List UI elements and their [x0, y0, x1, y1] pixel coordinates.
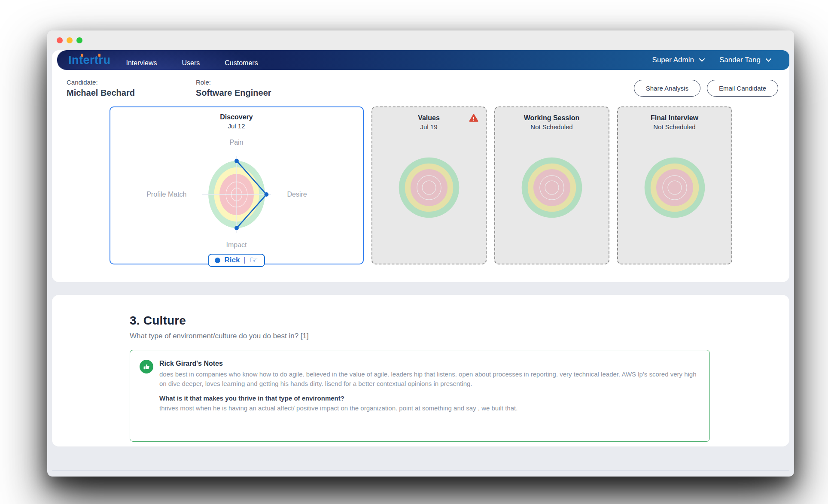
stage-title: Final Interview [651, 113, 698, 123]
close-window-button[interactable] [57, 37, 63, 43]
nav-item-users[interactable]: Users [182, 59, 200, 67]
interviewer-notes-box: Rick Girard's Notes does best in compani… [130, 350, 710, 442]
notes-author: Rick Girard's Notes [159, 360, 697, 367]
role-menu-super-admin[interactable]: Super Admin [652, 56, 705, 64]
user-menu-sander-tang[interactable]: Sander Tang [719, 56, 771, 64]
app-window: Intertru Interviews Users Customers Supe… [47, 30, 794, 477]
header-buttons: Share Analysis Email Candidate [634, 80, 778, 97]
stage-date: Jul 12 [228, 122, 245, 131]
navbar-right: Super Admin Sander Tang [652, 50, 789, 70]
interview-stages-row: Discovery Jul 12 Pain Profile Match [52, 105, 789, 282]
stage-card-working-session[interactable]: Working Session Not Scheduled [494, 106, 609, 264]
target-graphic [397, 155, 461, 222]
candidate-info: Candidate: Michael Bechard [67, 79, 135, 98]
notes-followup-answer: thrives most when he is having an actual… [159, 404, 697, 413]
top-panel: Intertru Interviews Users Customers Supe… [52, 50, 789, 282]
role-menu-label: Super Admin [652, 56, 694, 64]
legend-interviewer-name: Rick [224, 256, 240, 264]
radar-axis-impact: Impact [226, 240, 247, 250]
share-analysis-button[interactable]: Share Analysis [634, 80, 700, 97]
stage-date: Not Scheduled [653, 123, 695, 131]
stage-date: Jul 19 [420, 123, 437, 131]
section-question: What type of environment/culture do you … [130, 332, 710, 340]
stage-title: Values [418, 113, 440, 123]
role-info: Role: Software Engineer [196, 79, 271, 98]
notes-content: Rick Girard's Notes does best in compani… [159, 360, 697, 441]
logo-orange-accent [98, 54, 100, 57]
stage-card-final-interview[interactable]: Final Interview Not Scheduled [617, 106, 732, 264]
chevron-down-icon [766, 58, 771, 62]
pointing-right-hand-icon: ☞ [250, 256, 258, 264]
candidate-name: Michael Bechard [67, 88, 135, 98]
intertru-logo[interactable]: Intertru [57, 50, 126, 70]
candidate-label: Candidate: [67, 79, 135, 86]
radar-chart [195, 149, 279, 240]
notes-followup-question: What is it that makes you thrive in that… [159, 395, 697, 402]
radar-axis-desire: Desire [279, 191, 307, 198]
logo-orange-accent [81, 54, 83, 57]
logo-text: Intertru [68, 54, 111, 67]
radar-axis-pain: Pain [229, 138, 243, 147]
window-bottom-divider [52, 471, 789, 471]
stage-card-values[interactable]: Values Jul 19 [371, 106, 487, 264]
stage-title: Discovery [220, 112, 253, 122]
target-graphic [520, 155, 584, 222]
legend-separator: | [244, 256, 245, 264]
minimize-window-button[interactable] [67, 37, 73, 43]
legend-dot [215, 258, 220, 263]
main-navbar: Intertru Interviews Users Customers Supe… [57, 50, 789, 70]
interviewer-legend-button[interactable]: Rick | ☞ [208, 254, 265, 267]
radar-axis-profile-match: Profile Match [146, 191, 194, 198]
zoom-window-button[interactable] [76, 37, 82, 43]
nav-item-interviews[interactable]: Interviews [126, 59, 157, 67]
role-name: Software Engineer [196, 88, 271, 98]
target-graphic [642, 155, 707, 222]
culture-section: 3. Culture What type of environment/cult… [52, 295, 789, 446]
stage-date: Not Scheduled [530, 123, 572, 131]
candidate-header: Candidate: Michael Bechard Role: Softwar… [52, 70, 789, 105]
warning-icon [469, 114, 478, 122]
role-label: Role: [196, 79, 271, 86]
section-heading: 3. Culture [130, 314, 710, 328]
chevron-down-icon [699, 58, 705, 62]
radar-chart-area: Profile Match Desire [110, 149, 363, 240]
nav-item-customers[interactable]: Customers [225, 59, 258, 67]
notes-body: does best in companies who know how to d… [159, 370, 697, 389]
stage-card-discovery[interactable]: Discovery Jul 12 Pain Profile Match [110, 106, 364, 264]
thumbs-up-icon [140, 360, 153, 373]
user-menu-label: Sander Tang [719, 56, 761, 64]
stage-title: Working Session [524, 113, 580, 123]
nav-items: Interviews Users Customers [126, 50, 258, 70]
email-candidate-button[interactable]: Email Candidate [707, 80, 778, 97]
window-titlebar [47, 30, 794, 50]
